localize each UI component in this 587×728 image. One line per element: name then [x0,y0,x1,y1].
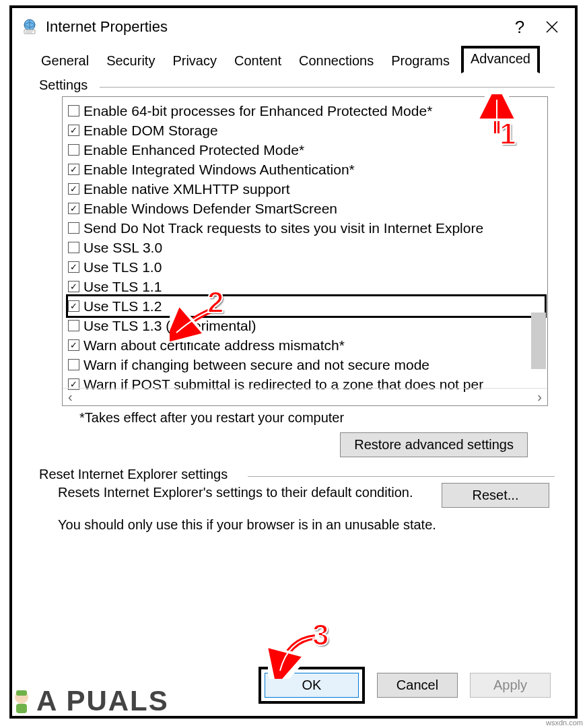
restore-advanced-settings-button[interactable]: Restore advanced settings [340,432,528,457]
tab-content[interactable]: Content [226,48,290,73]
setting-row[interactable]: Use TLS 1.1 [68,277,545,296]
setting-label: Use TLS 1.0 [83,257,162,277]
setting-label: Enable Windows Defender SmartScreen [83,199,337,218]
setting-label: Warn if changing between secure and not … [83,355,429,374]
setting-label: Warn about certificate address mismatch* [83,335,345,355]
reset-group-label: Reset Internet Explorer settings [39,467,233,482]
setting-row[interactable]: Use TLS 1.0 [68,257,545,277]
setting-row[interactable]: Enable native XMLHTTP support [68,179,545,199]
tab-privacy[interactable]: Privacy [164,48,226,73]
checkbox[interactable] [68,164,79,175]
settings-footnote: *Takes effect after you restart your com… [79,410,555,426]
settings-list-box: Enable 64-bit processes for Enhanced Pro… [62,96,548,406]
setting-label: Enable Integrated Windows Authentication… [83,160,355,179]
checkbox[interactable] [68,242,79,253]
checkbox[interactable] [68,105,79,117]
setting-row[interactable]: Enable Windows Defender SmartScreen [68,199,545,218]
scroll-right-icon[interactable]: › [537,389,542,405]
apply-button[interactable]: Apply [470,673,551,698]
reset-caution-text: You should only use this if your browser… [58,517,555,533]
checkbox[interactable] [68,320,79,331]
setting-label: Use TLS 1.2 [83,296,162,316]
checkbox[interactable] [68,300,79,312]
checkbox[interactable] [68,281,79,292]
checkbox[interactable] [68,125,79,136]
tab-advanced[interactable]: Advanced [461,46,540,73]
svg-rect-8 [16,704,27,713]
titlebar: Internet Properties ? [12,8,575,43]
ok-button[interactable]: OK [265,673,359,698]
setting-row[interactable]: Enable DOM Storage [68,121,545,140]
svg-rect-1 [24,30,35,34]
checkbox[interactable] [68,222,79,234]
setting-row[interactable]: Enable Enhanced Protected Mode* [68,140,545,160]
close-button[interactable] [536,12,568,42]
tab-security[interactable]: Security [98,48,164,73]
setting-label: Use TLS 1.3 (experimental) [83,316,256,335]
setting-label: Enable Enhanced Protected Mode* [83,140,304,160]
setting-label: Enable DOM Storage [83,121,218,140]
setting-row[interactable]: Enable Integrated Windows Authentication… [68,160,545,179]
dialog-button-row: OK Cancel Apply [258,667,551,704]
setting-row[interactable]: Send Do Not Track requests to sites you … [68,218,545,238]
horizontal-scrollbar[interactable]: ‹ › [63,388,547,405]
tab-connections[interactable]: Connections [290,48,382,73]
reset-group: Reset Internet Explorer settings Resets … [39,469,555,508]
dialog-frame: Internet Properties ? General Security P… [9,5,578,719]
setting-row[interactable]: Enable 64-bit processes for Enhanced Pro… [68,101,545,121]
setting-row[interactable]: Use TLS 1.2 [66,294,547,318]
setting-label: Use TLS 1.1 [83,277,162,296]
checkbox[interactable] [68,203,79,214]
scroll-left-icon[interactable]: ‹ [68,389,73,405]
settings-group: Settings Enable 64-bit processes for Enh… [39,80,555,457]
setting-label: Send Do Not Track requests to sites you … [83,218,483,238]
setting-row[interactable]: Use TLS 1.3 (experimental) [68,316,545,335]
checkbox[interactable] [68,261,79,273]
setting-row[interactable]: Warn if changing between secure and not … [68,355,545,374]
checkbox[interactable] [68,359,79,370]
tab-general[interactable]: General [32,48,98,73]
cancel-button[interactable]: Cancel [377,673,458,698]
setting-label: Enable native XMLHTTP support [83,179,290,199]
tab-programs[interactable]: Programs [382,48,458,73]
checkbox[interactable] [68,183,79,195]
setting-label: Use SSL 3.0 [83,238,162,257]
checkbox[interactable] [68,144,79,156]
reset-description: Resets Internet Explorer's settings to t… [39,483,442,502]
setting-label: Enable 64-bit processes for Enhanced Pro… [83,101,432,121]
setting-row[interactable]: Use SSL 3.0 [68,238,545,257]
ok-button-highlight: OK [258,667,365,704]
reset-button[interactable]: Reset... [442,483,549,508]
settings-group-label: Settings [39,77,93,93]
internet-options-icon [20,18,39,36]
setting-row[interactable]: Warn about certificate address mismatch* [68,335,545,355]
site-credit: wsxdn.com [546,719,583,727]
window-title: Internet Properties [46,18,168,36]
watermark-logo: A PUALS [7,685,169,717]
vertical-scrollbar-thumb[interactable] [531,312,546,369]
tab-strip: General Security Privacy Content Connect… [32,48,565,73]
checkbox[interactable] [68,339,79,351]
help-button[interactable]: ? [504,12,536,42]
svg-rect-7 [16,690,27,696]
